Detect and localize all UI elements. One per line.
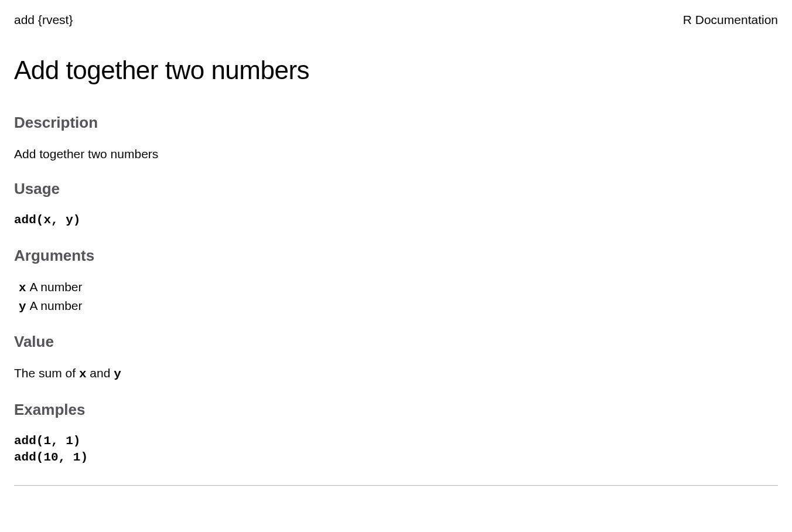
value-code-x: x [79,367,87,381]
section-heading-examples: Examples [14,400,778,420]
usage-code: add(x, y) [14,212,778,229]
value-prefix: The sum of [14,366,79,380]
section-heading-arguments: Arguments [14,245,778,266]
section-heading-description: Description [14,112,778,133]
value-mid: and [87,366,114,380]
argument-desc: A number [30,279,83,295]
argument-row: x A number [19,279,778,296]
page-title: Add together two numbers [14,53,778,87]
examples-code: add(1, 1) add(10, 1) [14,433,778,466]
argument-name: x [19,280,26,296]
argument-desc: A number [30,298,83,314]
section-heading-usage: Usage [14,179,778,199]
arguments-list: x A number y A number [19,279,778,316]
horizontal-rule [14,485,778,486]
value-code-y: y [114,367,121,381]
doc-header: add {rvest} R Documentation [14,12,778,28]
function-package-label: add {rvest} [14,12,73,28]
value-text: The sum of x and y [14,365,778,383]
section-heading-value: Value [14,332,778,352]
description-text: Add together two numbers [14,146,778,162]
doc-type-label: R Documentation [683,12,778,28]
argument-row: y A number [19,298,778,315]
argument-name: y [19,299,26,315]
